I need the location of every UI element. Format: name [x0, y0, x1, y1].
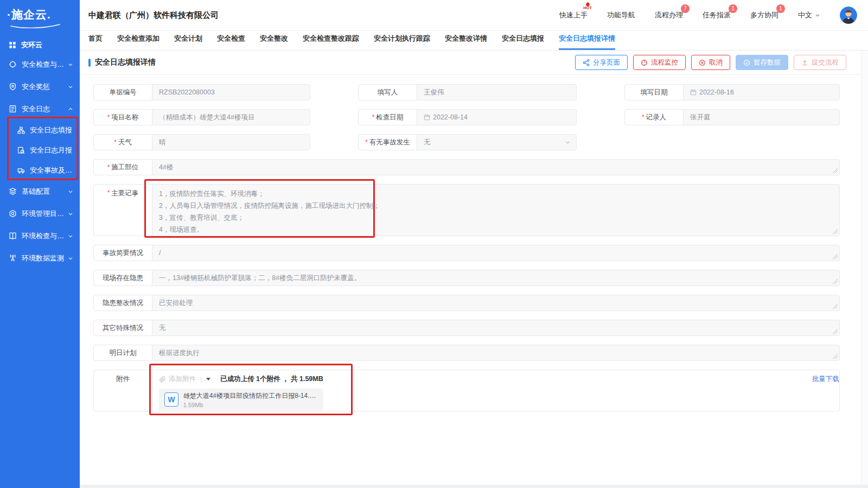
file-size: 1.59Mb	[183, 402, 318, 408]
submit-process-button[interactable]: 提交流程	[794, 55, 846, 70]
nav-collaboration[interactable]: 多方协同 1	[750, 10, 778, 20]
field-label: 单据编号	[94, 85, 152, 100]
weather-input[interactable]: 晴	[152, 135, 310, 150]
layers-icon	[9, 187, 17, 195]
sidebar-item-label: 安全日志月报	[30, 145, 72, 155]
sidebar-item-env-goals[interactable]: 环境管理目标与...	[0, 202, 80, 225]
tab-safety-check[interactable]: 安全检查	[217, 34, 245, 50]
language-selector[interactable]: 中文	[798, 10, 820, 20]
fill-date-input[interactable]: 2022-08-16	[684, 85, 839, 100]
sidebar-item-anhuanyun[interactable]: 安环云	[0, 37, 80, 53]
share-page-button[interactable]: 分享页面	[575, 55, 628, 70]
book-icon	[9, 232, 17, 240]
required-marker: *	[107, 113, 110, 121]
sidebar-item-label: 环境数据监测	[22, 253, 64, 263]
hazard-rectification-textarea[interactable]: 已安排处理	[152, 295, 839, 310]
sidebar-item-safety-rewards[interactable]: 安全奖惩	[0, 75, 80, 98]
tab-safety-plan[interactable]: 安全计划	[174, 34, 202, 50]
other-special-textarea[interactable]: 无	[152, 320, 839, 335]
field-tomorrow-plan: 明日计划 根据进度执行	[93, 345, 840, 361]
nav-label: 多方协同	[750, 11, 778, 19]
tab-safety-rectify[interactable]: 安全整改	[260, 34, 288, 50]
field-check-date: *检查日期 2022-08-14	[358, 109, 577, 125]
field-label: 填写人	[359, 85, 417, 100]
sidebar-item-base-config[interactable]: 基础配置	[0, 180, 80, 202]
nav-process-handling[interactable]: 流程办理 7	[655, 10, 683, 20]
page-title-bar: 安全日志填报详情 分享页面 流程监控 取消 暂存数据 提交流程	[80, 50, 861, 75]
tomorrow-plan-textarea[interactable]: 根据进度执行	[152, 345, 839, 360]
tab-home[interactable]: 首页	[88, 34, 103, 50]
attached-file-item[interactable]: W 雄楚大道4#楼项目部疫情防控工作日报8-14.docx 1.59Mb	[159, 389, 323, 410]
construction-part-textarea[interactable]: 4#楼	[152, 160, 839, 175]
attachment-dropdown-caret[interactable]	[206, 378, 210, 381]
hexagon-target-icon	[9, 210, 17, 218]
field-label: *记录人	[625, 110, 684, 125]
accident-summary-textarea[interactable]: /	[152, 245, 839, 261]
resize-handle[interactable]	[833, 279, 838, 284]
tab-check-rectify-track[interactable]: 安全检查整改跟踪	[303, 34, 359, 50]
accident-occurred-select[interactable]: 无	[417, 135, 576, 150]
save-draft-button[interactable]: 暂存数据	[736, 55, 788, 70]
chevron-down-icon	[68, 189, 73, 194]
tab-log-report-detail[interactable]: 安全日志填报详情	[559, 34, 615, 50]
detail-form: 单据编号 RZSB2022080003 填写人 王俊伟 填写日期 2022-08…	[80, 75, 861, 485]
sidebar-item-label: 安全日志填报	[30, 125, 72, 135]
field-weather: *天气 晴	[93, 134, 310, 150]
resize-handle[interactable]	[833, 168, 838, 173]
field-hazard-rectification: 隐患整改情况 已安排处理	[93, 295, 840, 311]
nav-quick-start[interactable]: 快速上手 HOT	[559, 10, 588, 20]
nav-label: 功能导航	[607, 11, 635, 19]
process-monitor-button[interactable]: 流程监控	[633, 55, 686, 70]
chevron-down-icon	[68, 211, 73, 217]
tab-log-report[interactable]: 安全日志填报	[502, 34, 544, 50]
field-label: 填写日期	[625, 85, 684, 100]
monitor-gauge-icon	[641, 59, 648, 66]
resize-handle[interactable]	[833, 254, 838, 259]
check-date-input[interactable]: 2022-08-14	[417, 110, 576, 125]
chevron-down-icon	[565, 140, 571, 145]
tab-plan-exec-track[interactable]: 安全计划执行跟踪	[374, 34, 430, 50]
sidebar-item-safety-log-report[interactable]: 安全日志填报	[0, 120, 80, 140]
sidebar-item-safety-log[interactable]: 安全日志	[0, 98, 80, 120]
field-label: 附件	[94, 370, 152, 411]
sidebar-item-env-monitoring[interactable]: 环境数据监测	[0, 247, 80, 269]
field-label: *检查日期	[359, 110, 417, 125]
batch-download-link[interactable]: 批量下载	[812, 375, 839, 384]
sidebar-item-safety-incident[interactable]: 安全事故及处理	[0, 160, 80, 180]
logo-swoosh-icon	[10, 23, 80, 28]
scrollbar-track[interactable]	[861, 50, 868, 485]
recorder-input[interactable]: 张开庭	[684, 110, 839, 125]
main-notes-textarea[interactable]: 1，疫情防控责任落实、环境消毒； 2，人员每日入场管理情况，疫情防控隔离设施，施…	[152, 185, 839, 236]
chevron-down-icon	[68, 62, 73, 67]
paperclip-icon	[159, 376, 166, 383]
sidebar-item-env-inspection[interactable]: 环境检查与整改	[0, 225, 80, 247]
resize-handle[interactable]	[833, 304, 838, 309]
field-label: *项目名称	[94, 110, 152, 125]
field-accident-summary: 事故简要情况 /	[93, 245, 840, 261]
tab-rectify-detail[interactable]: 安全整改详情	[445, 34, 487, 50]
nav-task-assignment[interactable]: 任务指派 1	[703, 10, 731, 20]
sidebar-item-label: 安全检查与整改	[22, 60, 68, 69]
sidebar-item-label: 安全事故及处理	[30, 166, 73, 175]
sidebar-item-safety-inspection[interactable]: 安全检查与整改	[0, 53, 80, 75]
required-marker: *	[642, 113, 644, 121]
app-logo: ·施企云.	[0, 0, 80, 22]
tab-safety-check-add[interactable]: 安全检查添加	[117, 34, 159, 50]
resize-handle[interactable]	[833, 354, 838, 359]
document-number-input[interactable]: RZSB2022080003	[152, 85, 310, 100]
filler-input[interactable]: 王俊伟	[417, 85, 576, 100]
user-avatar[interactable]	[840, 7, 857, 24]
cancel-button[interactable]: 取消	[691, 55, 730, 70]
site-hazards-textarea[interactable]: 一，13#楼钢筋机械防护罩脱落；二，8#楼负二层洞口防护未覆盖。	[152, 270, 839, 286]
required-marker: *	[365, 138, 368, 146]
nav-feature-guide[interactable]: 功能导航	[607, 10, 635, 20]
sidebar-item-safety-log-monthly[interactable]: 安全日志月报	[0, 140, 80, 160]
resize-handle[interactable]	[833, 229, 838, 234]
required-marker: *	[372, 113, 375, 121]
notification-badge: 7	[681, 4, 690, 13]
signal-tower-icon	[9, 254, 17, 262]
resize-handle[interactable]	[833, 329, 838, 334]
add-attachment-button[interactable]: 添加附件	[159, 375, 196, 384]
project-name-input[interactable]: （精细成本）雄楚大道4#楼项目	[152, 110, 310, 125]
sidebar-item-label: 安全奖惩	[22, 82, 50, 92]
